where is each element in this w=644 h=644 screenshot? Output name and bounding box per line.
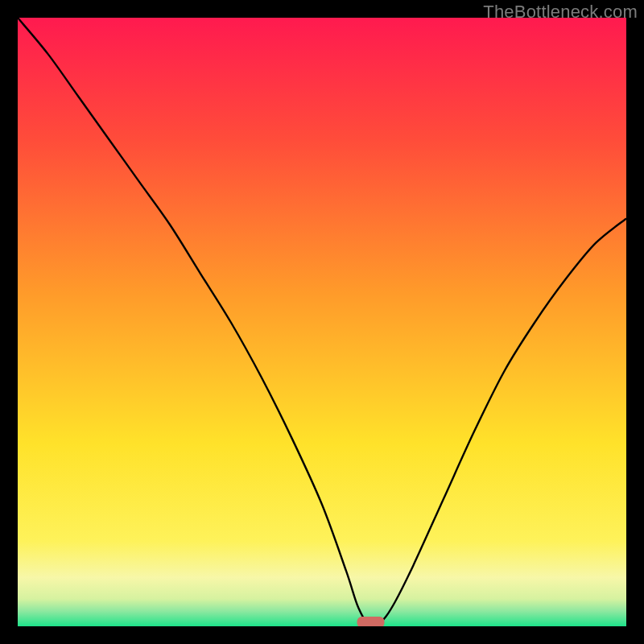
chart-frame: TheBottleneck.com <box>0 0 644 644</box>
optimal-marker <box>357 617 385 626</box>
plot-area <box>18 18 626 626</box>
watermark-label: TheBottleneck.com <box>483 2 638 23</box>
bottleneck-chart <box>18 18 626 626</box>
